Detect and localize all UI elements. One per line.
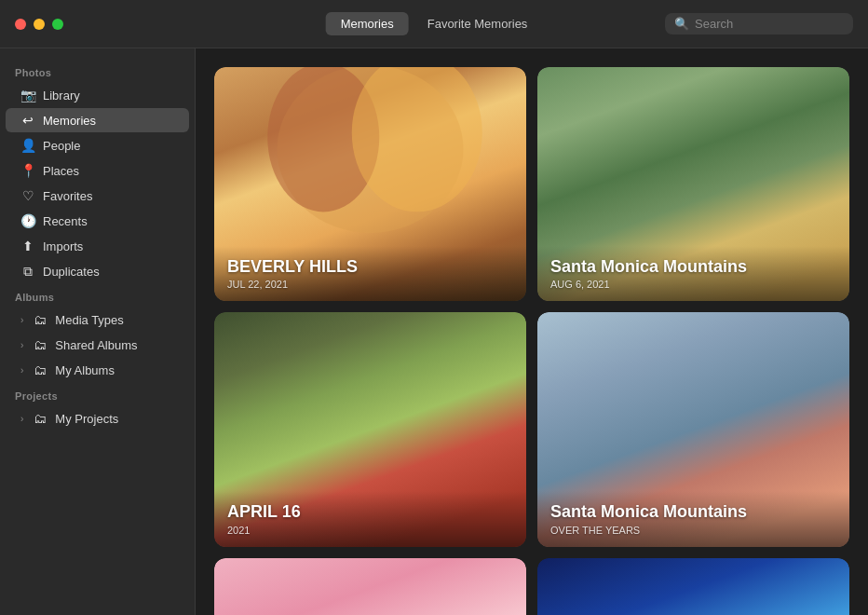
sidebar-item-label-people: People [43, 139, 80, 153]
memory-card-bg-card-6 [537, 558, 849, 616]
search-input[interactable] [695, 17, 844, 31]
sidebar-item-people[interactable]: 👤People [6, 133, 189, 157]
memory-card-card-6[interactable] [537, 558, 849, 616]
my-projects-icon: 🗂 [33, 411, 47, 426]
sidebar-section-albums: Albums [0, 284, 195, 307]
memory-card-subtitle-card-3: 2021 [227, 525, 513, 536]
chevron-icon-my-albums: › [20, 365, 23, 376]
sidebar: Photos📷Library↩Memories👤People📍Places♡Fa… [0, 48, 196, 615]
sidebar-item-label-memories: Memories [43, 114, 96, 128]
memory-card-title-card-1: BEVERLY HILLS [227, 257, 513, 278]
memory-card-title-card-2: Santa Monica Mountains [550, 257, 836, 278]
sidebar-item-shared-albums[interactable]: ›🗂Shared Albums [6, 333, 189, 357]
sidebar-item-recents[interactable]: 🕐Recents [6, 209, 189, 233]
sidebar-item-label-imports: Imports [43, 239, 83, 253]
chevron-icon-media-types: › [20, 315, 23, 325]
memory-card-subtitle-card-1: JUL 22, 2021 [227, 279, 513, 290]
sidebar-item-label-my-albums: My Albums [55, 363, 115, 377]
sidebar-item-label-library: Library [43, 89, 80, 102]
sidebar-item-label-my-projects: My Projects [55, 412, 118, 426]
sidebar-item-my-albums[interactable]: ›🗂My Albums [6, 358, 189, 382]
memory-card-title-card-3: APRIL 16 [227, 502, 513, 523]
imports-icon: ⬆ [20, 239, 35, 253]
memory-grid: BEVERLY HILLSJUL 22, 2021Santa Monica Mo… [214, 67, 849, 615]
content-area: BEVERLY HILLSJUL 22, 2021Santa Monica Mo… [196, 48, 868, 615]
titlebar-tabs: Memories Favorite Memories [326, 12, 543, 35]
window-controls [15, 19, 63, 30]
search-icon: 🔍 [674, 17, 689, 31]
sidebar-item-label-places: Places [43, 164, 79, 178]
memory-card-overlay-card-2: Santa Monica MountainsAUG 6, 2021 [537, 246, 849, 302]
sidebar-item-label-favorites: Favorites [43, 189, 92, 203]
memories-icon: ↩ [20, 113, 35, 128]
chevron-icon-my-projects: › [20, 414, 23, 424]
sidebar-item-library[interactable]: 📷Library [6, 83, 189, 107]
sidebar-item-label-duplicates: Duplicates [43, 265, 100, 279]
recents-icon: 🕐 [20, 213, 35, 228]
memory-card-overlay-card-3: APRIL 162021 [214, 491, 526, 547]
memory-card-card-2[interactable]: Santa Monica MountainsAUG 6, 2021 [537, 67, 849, 301]
favorites-icon: ♡ [20, 188, 35, 203]
places-icon: 📍 [20, 163, 35, 178]
sidebar-item-memories[interactable]: ↩Memories [6, 108, 189, 132]
main-layout: Photos📷Library↩Memories👤People📍Places♡Fa… [0, 48, 868, 615]
memory-card-subtitle-card-2: AUG 6, 2021 [550, 279, 836, 290]
close-button[interactable] [15, 19, 26, 30]
memory-card-card-5[interactable]: Beverly HillsJUL 28, 2021 [214, 558, 526, 616]
memory-card-overlay-card-1: BEVERLY HILLSJUL 22, 2021 [214, 246, 526, 302]
sidebar-item-places[interactable]: 📍Places [6, 158, 189, 183]
my-albums-icon: 🗂 [33, 362, 47, 377]
memory-card-overlay-card-4: Santa Monica MountainsOVER THE YEARS [537, 491, 849, 547]
tab-favorite-memories[interactable]: Favorite Memories [413, 12, 543, 35]
memory-card-card-1[interactable]: BEVERLY HILLSJUL 22, 2021 [214, 67, 526, 301]
memory-card-bg-card-5 [214, 558, 526, 616]
sidebar-item-favorites[interactable]: ♡Favorites [6, 184, 189, 208]
people-icon: 👤 [20, 138, 35, 153]
memory-card-card-3[interactable]: APRIL 162021 [214, 312, 526, 546]
sidebar-item-label-shared-albums: Shared Albums [55, 338, 137, 352]
maximize-button[interactable] [52, 19, 63, 30]
duplicates-icon: ⧉ [20, 264, 35, 279]
sidebar-section-photos: Photos [0, 60, 195, 82]
memory-card-subtitle-card-4: OVER THE YEARS [550, 525, 836, 536]
tab-memories[interactable]: Memories [326, 12, 409, 35]
sidebar-item-label-recents: Recents [43, 214, 88, 228]
sidebar-item-duplicates[interactable]: ⧉Duplicates [6, 259, 189, 283]
chevron-icon-shared-albums: › [20, 340, 23, 350]
minimize-button[interactable] [34, 19, 45, 30]
sidebar-section-projects: Projects [0, 383, 195, 405]
sidebar-item-imports[interactable]: ⬆Imports [6, 234, 189, 258]
sidebar-item-media-types[interactable]: ›🗂Media Types [6, 308, 189, 332]
sidebar-item-label-media-types: Media Types [55, 313, 123, 327]
memory-card-title-card-4: Santa Monica Mountains [550, 502, 836, 523]
memory-card-card-4[interactable]: Santa Monica MountainsOVER THE YEARS [537, 312, 849, 546]
search-bar: 🔍 [665, 13, 853, 34]
sidebar-item-my-projects[interactable]: ›🗂My Projects [6, 406, 189, 430]
media-types-icon: 🗂 [33, 312, 47, 327]
shared-albums-icon: 🗂 [33, 337, 47, 352]
titlebar: Memories Favorite Memories 🔍 [0, 0, 868, 48]
library-icon: 📷 [20, 88, 35, 102]
